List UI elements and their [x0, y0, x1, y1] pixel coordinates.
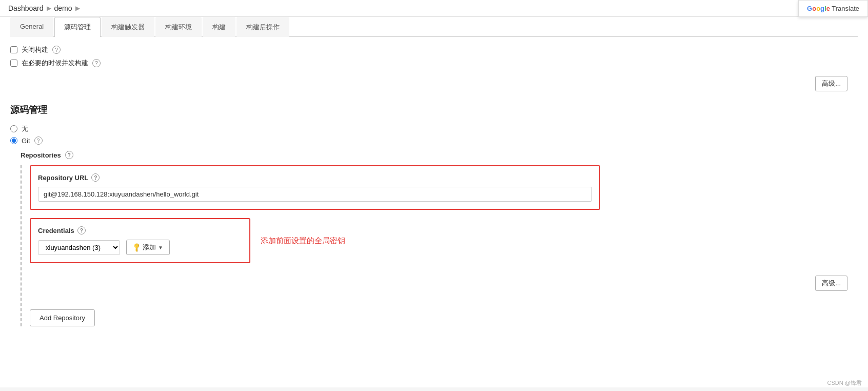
breadcrumb-arrow-1: ▶: [47, 5, 51, 12]
repo-url-label-text: Repository URL: [38, 174, 88, 182]
credentials-field-label: Credentials ?: [38, 226, 242, 234]
help-icon-repositories[interactable]: ?: [65, 151, 73, 159]
breadcrumb-project[interactable]: demo: [54, 4, 72, 12]
credentials-label-text: Credentials: [38, 227, 74, 234]
checkbox-disable-build[interactable]: [10, 46, 17, 53]
page-body: 关闭构建 ? 在必要的时候并发构建 ? 高级... 源码管理 无 Git ?: [10, 37, 858, 335]
radio-git[interactable]: [10, 137, 17, 144]
help-icon-disable-build[interactable]: ?: [52, 46, 61, 54]
tab-build[interactable]: 构建: [203, 17, 235, 37]
repo-url-field-label: Repository URL ?: [38, 173, 592, 182]
breadcrumb: Dashboard ▶ demo ▶: [0, 0, 868, 17]
main-content: General 源码管理 构建触发器 构建环境 构建 构建后操作 关闭构建 ? …: [0, 17, 868, 387]
checkbox-concurrent-build-label: 在必要的时候并发构建: [22, 58, 88, 68]
checkbox-disable-build-label: 关闭构建: [22, 45, 48, 54]
repo-url-box: Repository URL ?: [30, 165, 600, 210]
repositories-section: Repositories ? Repository URL ?: [21, 151, 858, 326]
tab-build-triggers[interactable]: 构建触发器: [102, 17, 154, 37]
repo-url-input[interactable]: [38, 187, 592, 202]
key-icon: 🔑: [131, 242, 142, 253]
help-icon-repo-url[interactable]: ?: [91, 173, 100, 182]
radio-row-none: 无: [10, 124, 858, 133]
repositories-header: Repositories ?: [21, 151, 858, 159]
add-credentials-btn[interactable]: 🔑 添加 ▼: [126, 240, 170, 255]
credentials-select[interactable]: xiuyuandashen (3): [38, 240, 120, 255]
breadcrumb-arrow-2: ▶: [75, 5, 80, 12]
help-icon-concurrent-build[interactable]: ?: [92, 59, 101, 67]
dropdown-arrow-icon: ▼: [158, 245, 163, 250]
radio-row-git: Git ?: [10, 136, 858, 145]
tab-build-environment[interactable]: 构建环境: [155, 17, 202, 37]
url-input-row: [38, 187, 592, 202]
add-repository-btn[interactable]: Add Repository: [30, 309, 95, 326]
radio-none[interactable]: [10, 125, 17, 132]
translate-popup: Google Translate: [798, 0, 868, 17]
annotation-text: 添加前面设置的全局密钥: [261, 236, 345, 246]
credentials-box: Credentials ? xiuyuandashen (3) 🔑 添加: [30, 218, 250, 263]
radio-git-label: Git: [22, 137, 30, 145]
dashed-container: Repository URL ? Credentials ?: [21, 165, 858, 326]
checkbox-row-disable-build: 关闭构建 ?: [10, 45, 858, 54]
tab-general[interactable]: General: [10, 17, 53, 37]
radio-none-label: 无: [22, 124, 28, 133]
scm-title: 源码管理: [10, 104, 858, 116]
breadcrumb-dashboard[interactable]: Dashboard: [8, 4, 44, 12]
help-icon-git[interactable]: ?: [34, 136, 43, 145]
google-g: G: [807, 5, 812, 12]
tabs-bar: General 源码管理 构建触发器 构建环境 构建 构建后操作: [10, 17, 858, 37]
tab-post-build[interactable]: 构建后操作: [236, 17, 289, 37]
tab-source-management[interactable]: 源码管理: [54, 17, 101, 37]
checkbox-row-concurrent-build: 在必要的时候并发构建 ?: [10, 58, 858, 68]
credentials-add-row: xiuyuandashen (3) 🔑 添加 ▼: [38, 240, 242, 255]
bottom-advanced-row: 高级...: [30, 271, 847, 291]
scm-section: 源码管理 无 Git ? Repositories ?: [10, 104, 858, 326]
advanced-btn-top[interactable]: 高级...: [815, 76, 847, 91]
watermark: CSDN @锋君: [827, 379, 862, 387]
advanced-btn-bottom[interactable]: 高级...: [815, 276, 847, 291]
repositories-label: Repositories: [21, 151, 61, 159]
add-btn-label: 添加: [143, 243, 156, 252]
help-icon-credentials[interactable]: ?: [77, 226, 86, 234]
add-repository-row: Add Repository: [30, 299, 858, 326]
checkbox-concurrent-build[interactable]: [10, 60, 17, 67]
translate-label: Translate: [832, 5, 859, 12]
